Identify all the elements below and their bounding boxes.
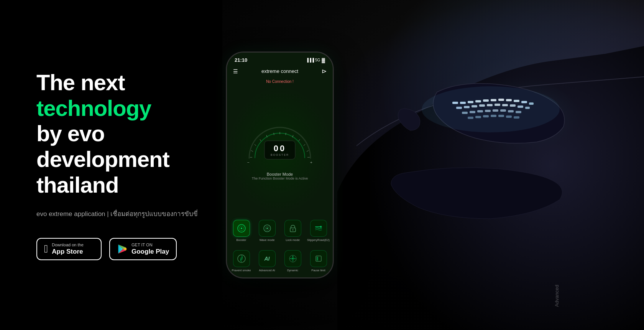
svg-point-62	[292, 229, 293, 231]
svg-text:−: −	[247, 160, 250, 165]
lock-icon	[288, 223, 298, 234]
booster-icon	[236, 223, 247, 234]
svg-line-43	[274, 133, 274, 135]
pause-icon	[313, 253, 324, 264]
pause-label: Pause limit	[311, 269, 325, 272]
left-content: The next technology by evo development t…	[0, 70, 238, 260]
svg-line-48	[304, 144, 305, 146]
dynamic-icon	[288, 253, 298, 264]
gauge-label: BOOSTER	[271, 153, 289, 156]
svg-text:+: +	[310, 160, 312, 165]
smoke-icon	[236, 253, 247, 264]
headline: The next technology by evo development t…	[36, 70, 201, 198]
nav-title: extreme connect	[261, 68, 298, 74]
nav-bar: ☰ extreme connect ⊳	[227, 65, 333, 78]
booster-label: Booster	[237, 238, 246, 242]
battery-icon: ▓	[322, 58, 325, 63]
svg-point-37	[422, 86, 560, 132]
appstore-button[interactable]:  Download on the App Store	[36, 238, 102, 260]
headline-part1: The next	[36, 70, 125, 95]
slippery-label: SlipperyRoad(E2)	[307, 238, 330, 242]
apple-icon: 	[44, 243, 48, 255]
appstore-small-label: Download on the	[52, 243, 84, 248]
feature-wave[interactable]: Wave mode	[254, 218, 280, 244]
svg-line-39	[251, 150, 253, 152]
phone-frame: 21:10 ▐▐▐ 5G ▓ ☰ extreme connect ⊳ No Co…	[226, 52, 334, 278]
headline-part2: by evo development	[36, 121, 169, 172]
feature-pause[interactable]: Pause limit	[306, 248, 331, 274]
lock-label: Lock mode	[286, 238, 300, 242]
booster-title: Booster Mode	[252, 172, 308, 177]
svg-point-67	[292, 258, 294, 259]
features-row1: Booster Wave mode	[227, 214, 333, 247]
svg-point-63	[320, 226, 322, 228]
svg-line-45	[286, 133, 286, 135]
svg-point-60	[267, 228, 268, 229]
appstore-text: Download on the App Store	[52, 243, 84, 256]
store-buttons:  Download on the App Store	[36, 238, 201, 260]
appstore-big-label: App Store	[52, 248, 84, 256]
headline-part3: thailand	[36, 172, 118, 197]
phone-screen: 21:10 ▐▐▐ 5G ▓ ☰ extreme connect ⊳ No Co…	[227, 53, 333, 277]
gauge-container: − + 00 BOOSTER	[242, 120, 318, 170]
googleplay-icon	[117, 244, 128, 254]
svg-line-49	[307, 150, 309, 152]
googleplay-small-label: GET IT ON	[131, 243, 169, 248]
status-time: 21:10	[235, 57, 247, 63]
wave-icon	[262, 223, 273, 234]
svg-point-56	[241, 228, 242, 229]
features-row2: Pravent smoke AI Advanced AI	[227, 247, 333, 277]
googleplay-big-label: Google Play	[131, 248, 169, 256]
ai-icon-wrap: AI	[259, 250, 276, 267]
gauge-area: − + 00 BOOSTER Boos	[227, 85, 333, 214]
smoke-label: Pravent smoke	[232, 269, 251, 272]
status-bar: 21:10 ▐▐▐ 5G ▓	[227, 53, 333, 65]
advanced-label: Advanced	[554, 285, 560, 307]
feature-lock[interactable]: Lock mode	[280, 218, 306, 244]
subtitle: evo extreme application | เชื่อมต่อทุกรู…	[36, 208, 201, 219]
slippery-icon	[313, 223, 324, 234]
feature-slippery[interactable]: SlipperyRoad(E2)	[306, 218, 331, 244]
phone-mockup: 21:10 ▐▐▐ 5G ▓ ☰ extreme connect ⊳ No Co…	[226, 52, 334, 278]
feature-ai[interactable]: AI Advanced AI	[254, 248, 280, 274]
svg-rect-69	[317, 257, 318, 261]
slippery-icon-wrap	[310, 220, 327, 237]
feature-booster[interactable]: Booster	[228, 218, 254, 244]
status-icons: ▐▐▐ 5G ▓	[306, 58, 325, 63]
svg-line-41	[260, 139, 261, 141]
ai-text-icon: AI	[264, 256, 270, 262]
smoke-icon-wrap	[233, 250, 250, 267]
gauge-value: 00	[274, 144, 286, 153]
googleplay-text: GET IT ON Google Play	[131, 243, 169, 256]
feature-dynamic[interactable]: Dynamic	[280, 248, 306, 274]
svg-line-40	[255, 144, 256, 146]
signal-icon: ▐▐▐ 5G	[306, 58, 320, 62]
pause-icon-wrap	[310, 250, 327, 267]
headline-highlight: technology	[36, 96, 151, 120]
connection-status: No Connection !	[227, 78, 333, 85]
lock-icon-wrap	[284, 220, 301, 237]
menu-icon[interactable]: ☰	[233, 68, 238, 74]
booster-subtitle: The Function Booster Mode is Active	[252, 177, 308, 180]
googleplay-button[interactable]: GET IT ON Google Play	[109, 238, 177, 260]
dynamic-icon-wrap	[284, 250, 301, 267]
wave-icon-wrap	[259, 220, 276, 237]
booster-mode: Booster Mode The Function Booster Mode i…	[252, 172, 308, 180]
feature-smoke[interactable]: Pravent smoke	[228, 248, 254, 274]
wave-label: Wave mode	[260, 238, 275, 242]
bluetooth-icon[interactable]: ⊳	[322, 68, 327, 75]
ai-label: Advanced AI	[259, 269, 275, 272]
booster-icon-wrap	[233, 220, 250, 237]
svg-line-47	[299, 139, 300, 141]
dynamic-label: Dynamic	[287, 269, 298, 272]
